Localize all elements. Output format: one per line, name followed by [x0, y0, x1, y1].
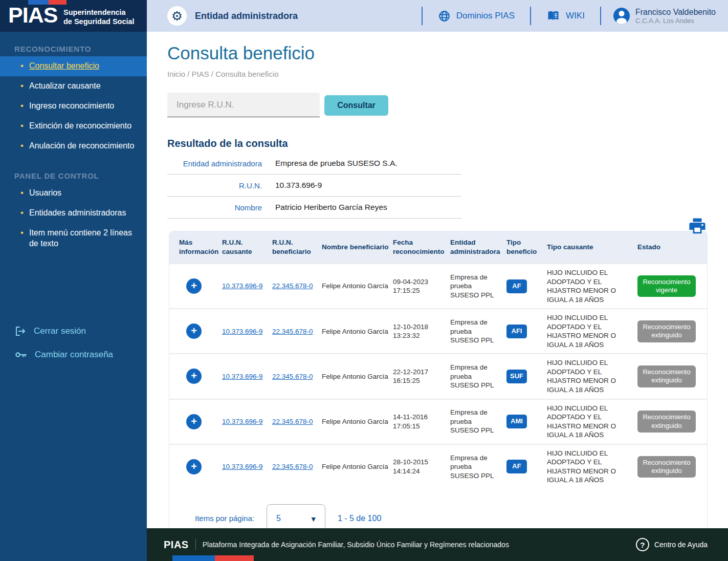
column-header: Nombre beneficiario [322, 243, 393, 252]
chile-flag-icon [172, 555, 254, 561]
result-field-row: Entidad administradora Empresa de prueba… [167, 153, 461, 175]
sidebar-item[interactable]: Actualizar causante [0, 76, 147, 96]
expand-row-button[interactable] [186, 278, 202, 294]
search-row: Consultar [167, 93, 728, 117]
app-logo[interactable]: PIAS Superintendencia de Seguridad Socia… [0, 0, 147, 32]
tipo-causante: HIJO INCLUIDO EL ADOPTADO Y EL HIJASTRO … [547, 354, 637, 398]
run-beneficiario-link[interactable]: 22.345.678-0 [272, 373, 313, 380]
key-icon [14, 349, 28, 361]
nombre-beneficiario: Felipe Antonio García [322, 368, 393, 385]
hora: 17:15:25 [393, 286, 446, 295]
bullet-icon [20, 100, 29, 112]
column-header: Tipo causante [547, 243, 637, 252]
sidebar-bottom-links: Cerrar sesión Cambiar contraseña [0, 319, 147, 366]
sidebar-item[interactable]: Entidades administradoras [0, 203, 147, 223]
sidebar-item[interactable]: Ingreso reconocimiento [0, 96, 147, 116]
table-row: 10.373.696-9 22.345.678-0 Felipe Antonio… [169, 353, 707, 398]
expand-row-button[interactable] [186, 459, 202, 474]
globe-icon [438, 10, 451, 23]
printer-icon [689, 218, 706, 234]
expand-row-button[interactable] [186, 414, 202, 429]
logo-text: PIAS [8, 3, 57, 28]
tipo-causante: HIJO INCLUIDO EL ADOPTADO Y EL HIJASTRO … [547, 309, 637, 353]
results-table: Más información R.U.N. causante R.U.N. b… [169, 231, 708, 555]
bullet-icon [20, 80, 29, 92]
hora: 14:14:24 [393, 467, 446, 476]
fecha-reconocimiento: 28-10-2015 14:14:24 [393, 454, 450, 480]
hora: 13:23:32 [393, 331, 446, 340]
run-causante-link[interactable]: 10.373.696-9 [222, 463, 263, 470]
nombre-beneficiario: Felipe Antonio García [322, 413, 393, 430]
run-input[interactable] [167, 93, 320, 117]
sidebar-item[interactable]: Item menú contiene 2 líneas de texto [0, 223, 147, 253]
user-name: Francisco Valdebenito [635, 7, 716, 17]
consultar-button[interactable]: Consultar [324, 95, 388, 116]
run-beneficiario-link[interactable]: 22.345.678-0 [272, 282, 313, 290]
change-password-link[interactable]: Cambiar contraseña [0, 343, 147, 366]
column-header: Estado [637, 243, 702, 252]
run-beneficiario-link[interactable]: 22.345.678-0 [272, 418, 313, 425]
table-row: 10.373.696-9 22.345.678-0 Felipe Antonio… [169, 308, 707, 353]
logout-link[interactable]: Cerrar sesión [0, 319, 147, 343]
tipo-beneficio-badge: AF [506, 279, 527, 293]
sidebar-item[interactable]: Anulación de reconocimiento [0, 136, 147, 156]
run-causante-link[interactable]: 10.373.696-9 [222, 328, 263, 335]
entidad-administradora: Empresa de prueba SUSESO PPL [450, 269, 506, 304]
field-value: Patricio Heriberto García Reyes [275, 203, 387, 212]
header-right-nav: Dominios PIAS WIKI Francisco Valdebenito… [422, 0, 728, 32]
entidad-administradora: Empresa de prueba SUSESO PPL [450, 359, 506, 394]
book-icon [546, 10, 560, 22]
sidebar-item[interactable]: Extinción de reconocimiento [0, 116, 147, 136]
column-header: Fecha reconocimiento [393, 238, 450, 256]
context-label: Entidad administradora [195, 11, 298, 21]
section-title: RECONOCIMIENTO [14, 45, 137, 53]
help-center-link[interactable]: Centro de Ayuda [636, 538, 708, 551]
result-field-row: R.U.N. 10.373.696-9 [167, 175, 461, 197]
hora: 16:15:25 [393, 376, 446, 385]
sidebar-section-panel-de-control: PANEL DE CONTROL Usuarios Entidades admi… [0, 171, 147, 253]
bullet-icon [20, 140, 29, 152]
run-beneficiario-link[interactable]: 22.345.678-0 [272, 463, 313, 470]
run-causante-link[interactable]: 10.373.696-9 [222, 373, 263, 380]
column-header: Tipo beneficio [506, 238, 539, 256]
print-button[interactable] [689, 218, 706, 234]
divider [195, 539, 196, 550]
tipo-beneficio-badge: AMI [506, 415, 527, 428]
estado-badge: Reconocimiento vigente [637, 275, 696, 297]
entidad-administradora: Empresa de prueba SUSESO PPL [450, 314, 506, 349]
run-causante-link[interactable]: 10.373.696-9 [222, 418, 263, 425]
sidebar-item[interactable]: Consultar beneficio [0, 56, 147, 76]
footer: PIAS Plataforma Integrada de Asignación … [147, 528, 728, 561]
logout-icon [14, 325, 27, 337]
sidebar-item[interactable]: Usuarios [0, 183, 147, 203]
fecha: 22-12-2017 [393, 368, 446, 377]
pagination-range: 1 - 5 de 100 [338, 514, 381, 523]
avatar-icon [613, 8, 630, 24]
fecha-reconocimiento: 12-10-2018 13:23:32 [393, 318, 450, 344]
column-header: R.U.N. causante [222, 238, 272, 256]
wiki-link[interactable]: WIKI [531, 10, 600, 22]
sidebar-menu: Usuarios Entidades administradoras Item … [0, 183, 147, 253]
user-menu[interactable]: Francisco Valdebenito C.C.A.A. Los Andes [601, 7, 721, 25]
bullet-icon [20, 227, 29, 239]
tipo-causante: HIJO INCLUIDO EL ADOPTADO Y EL HIJASTRO … [547, 264, 637, 308]
expand-row-button[interactable] [186, 369, 202, 384]
hora: 17:05:15 [393, 422, 446, 431]
column-header: Entidad administradora [450, 238, 483, 256]
nombre-beneficiario: Felipe Antonio García [322, 323, 393, 340]
table-row: 10.373.696-9 22.345.678-0 Felipe Antonio… [169, 263, 707, 308]
main-content: Consulta beneficio Inicio / PIAS / Consu… [147, 32, 728, 528]
bullet-icon [20, 60, 29, 72]
run-causante-link[interactable]: 10.373.696-9 [222, 282, 263, 290]
fecha: 28-10-2015 [393, 458, 446, 467]
sidebar-section-reconocimiento: RECONOCIMIENTO Consultar beneficio Actua… [0, 45, 147, 156]
bullet-icon [20, 187, 29, 199]
run-beneficiario-link[interactable]: 22.345.678-0 [272, 328, 313, 335]
estado-badge: Reconocimiento extinguido [637, 411, 696, 433]
table-row: 10.373.696-9 22.345.678-0 Felipe Antonio… [169, 444, 707, 489]
fecha: 09-04-2023 [393, 277, 446, 287]
dominios-pias-link[interactable]: Dominios PIAS [423, 10, 530, 23]
entidad-administradora: Empresa de prueba SUSESO PPL [450, 449, 506, 485]
expand-row-button[interactable] [186, 323, 202, 339]
settings-button[interactable] [167, 6, 187, 26]
